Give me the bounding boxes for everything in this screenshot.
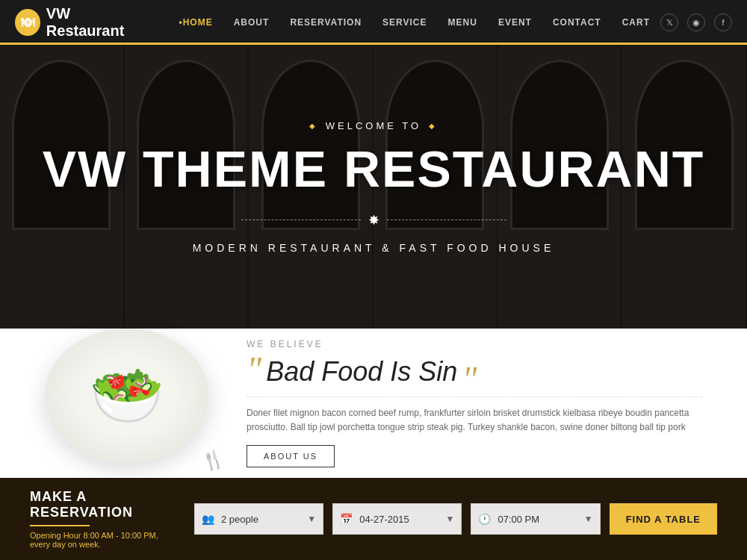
divider-line-left: [241, 220, 361, 220]
brand-icon: 🍽: [15, 9, 40, 36]
nav-menu[interactable]: MENU: [438, 0, 488, 45]
date-select-wrapper: 📅 04-27-2015 04-28-2015 04-29-2015 ▼: [332, 503, 462, 535]
cutlery-icon: 🍴: [199, 447, 226, 473]
reservation-content: MAKE A RESERVATION Opening Hour 8:00 AM …: [30, 489, 717, 549]
twitter-icon[interactable]: 𝕏: [660, 13, 678, 31]
date-select-arrow: ▼: [446, 514, 455, 524]
nav-service[interactable]: SERVICE: [372, 0, 437, 45]
about-label: WE BELIEVE: [247, 339, 702, 349]
hero-welcome: ◆ WELCOME TO ◆: [43, 120, 705, 131]
instagram-icon[interactable]: ◉: [687, 13, 705, 31]
hero-title: VW THEME RESTAURANT: [43, 143, 705, 194]
about-section: 🍴 WE BELIEVE " Bad Food Is Sin " Doner f…: [0, 329, 747, 478]
nav-links: HOME ABOUT RESERVATION SERVICE MENU EVEN…: [169, 0, 661, 45]
close-quote: ": [462, 365, 477, 393]
brand-name: VW Restaurant: [46, 5, 146, 40]
people-select-arrow: ▼: [307, 514, 316, 524]
hero-section: ◆ WELCOME TO ◆ VW THEME RESTAURANT ✸ MOD…: [0, 45, 747, 329]
hero-divider: ✸: [43, 212, 705, 228]
nav-cart[interactable]: CART: [612, 0, 660, 45]
hero-welcome-text: WELCOME TO: [326, 120, 421, 131]
time-select-wrapper: 🕐 07:00 PM 08:00 PM 09:00 PM ▼: [471, 503, 600, 535]
reservation-divider: [30, 525, 90, 526]
nav-contact[interactable]: CONTACT: [542, 0, 612, 45]
find-table-button[interactable]: Find A Table: [610, 503, 717, 535]
people-icon: 👥: [202, 513, 214, 525]
social-links: 𝕏 ◉ f: [660, 13, 732, 31]
hero-content: ◆ WELCOME TO ◆ VW THEME RESTAURANT ✸ MOD…: [43, 120, 705, 254]
diamond-left: ◆: [309, 122, 318, 130]
nav-event[interactable]: EVENT: [488, 0, 542, 45]
people-select-wrapper: 👥 2 people 1 person 3 people 4 people 5+…: [194, 503, 323, 535]
about-quote: " Bad Food Is Sin ": [247, 355, 702, 388]
about-us-button[interactable]: ABOUT US: [247, 445, 335, 467]
reservation-form: 👥 2 people 1 person 3 people 4 people 5+…: [194, 503, 717, 535]
reservation-section: MAKE A RESERVATION Opening Hour 8:00 AM …: [0, 478, 747, 560]
open-quote: ": [247, 355, 261, 384]
divider-line-right: [387, 220, 506, 220]
about-description: Doner filet mignon bacon corned beef rum…: [247, 406, 702, 435]
nav-reservation[interactable]: RESERVATION: [279, 0, 372, 45]
quote-text: Bad Food Is Sin: [266, 355, 457, 388]
reservation-hours: Opening Hour 8:00 AM - 10:00 PM, every d…: [30, 531, 179, 549]
reservation-title-area: MAKE A RESERVATION Opening Hour 8:00 AM …: [30, 489, 179, 549]
food-plate: [45, 329, 209, 463]
facebook-icon[interactable]: f: [714, 13, 732, 31]
divider-star: ✸: [368, 212, 379, 228]
diamond-right: ◆: [429, 122, 438, 130]
about-text: WE BELIEVE " Bad Food Is Sin " Doner fil…: [247, 339, 702, 468]
clock-icon: 🕐: [478, 513, 491, 525]
brand-logo[interactable]: 🍽 VW Restaurant: [15, 5, 146, 40]
nav-home[interactable]: HOME: [169, 0, 223, 45]
reservation-title: MAKE A RESERVATION: [30, 489, 179, 520]
nav-about[interactable]: ABOUT: [223, 0, 280, 45]
time-select-arrow: ▼: [584, 514, 593, 524]
about-food-image: 🍴: [45, 329, 217, 478]
hero-subtitle: MODERN RESTAURANT & FAST FOOD HOUSE: [43, 242, 705, 254]
navbar: 🍽 VW Restaurant HOME ABOUT RESERVATION S…: [0, 0, 747, 45]
calendar-icon: 📅: [340, 513, 353, 525]
